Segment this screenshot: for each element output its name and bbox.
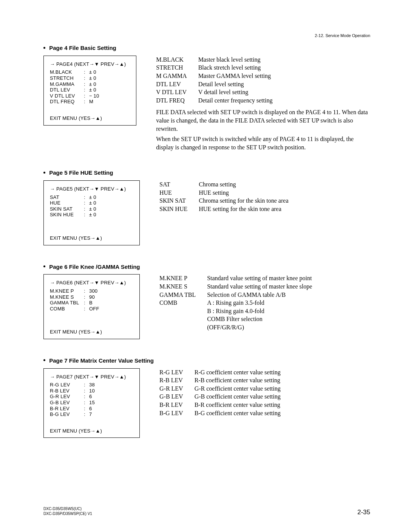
menu-row: M.GAMMA:± 0: [50, 81, 130, 87]
menu-row: DTL FREQ: M: [50, 99, 130, 105]
paragraph: FILE DATA selected with SET UP switch is…: [156, 108, 370, 133]
desc-row: B : Rising gain 4.0-fold: [159, 307, 312, 315]
menu-value: 6: [89, 406, 92, 412]
desc-label: SKIN SAT: [159, 197, 199, 205]
menu-label: V DTL LEV: [50, 93, 84, 99]
desc-label: [159, 323, 207, 332]
menu-label: M.GAMMA: [50, 81, 84, 87]
menu-value: 90: [89, 294, 95, 300]
desc-row: STRETCHBlack stretch level setting: [156, 64, 272, 72]
colon: :: [84, 87, 89, 93]
colon: :: [84, 394, 89, 400]
menu-value: ± 0: [89, 87, 96, 93]
menu-row: B-R LEV: 6: [50, 406, 133, 412]
menu-header: → PAGE5 (NEXT→▼ PREV→▲): [50, 186, 133, 192]
colon: :: [84, 99, 89, 105]
desc-row: COMBA : Rising gain 3.5-fold: [159, 299, 312, 307]
menu-hdr-mid2: PREV→: [99, 186, 119, 192]
menu-header: → PAGE4 (NEXT→▼ PREV→▲): [50, 61, 130, 67]
colon: :: [84, 75, 89, 81]
menu-row: SAT:± 0: [50, 194, 133, 200]
menu-exit: EXIT MENU (YES→▲): [50, 329, 133, 335]
desc-text: Detail center frequency setting: [198, 96, 273, 105]
desc-label: V DTL LEV: [156, 88, 198, 96]
menu-row: COMB:OFF: [50, 306, 133, 312]
menu-label: STRETCH: [50, 75, 84, 81]
menu-value: 38: [89, 382, 95, 388]
menu-box-page7: → PAGE7 (NEXT→▼ PREV→▲) R-G LEV: 38 R-B …: [43, 368, 140, 438]
desc-row: B-G LEVB-G coefficient center value sett…: [159, 409, 281, 417]
menu-rows: R-G LEV: 38 R-B LEV: 10 G-R LEV: 6 G-B L…: [50, 382, 133, 417]
desc-text: B-R coefficient center value setting: [195, 401, 281, 409]
menu-row: G-B LEV: 15: [50, 400, 133, 406]
up-icon: ▲): [119, 186, 126, 192]
menu-value: 7: [89, 411, 92, 417]
colon: :: [84, 81, 89, 87]
desc-row: R-G LEVR-G coefficient center value sett…: [159, 368, 281, 377]
bullet-icon: [43, 359, 45, 361]
menu-label: B-G LEV: [50, 411, 84, 417]
desc-text: Black stretch level setting: [198, 64, 273, 72]
footer-model-2: DXC-D35P/D35WSP(CE) V1: [43, 511, 92, 516]
desc-text: G-R coefficient center value setting: [195, 385, 281, 393]
desc-label: SAT: [159, 180, 199, 189]
menu-header: → PAGE6 (NEXT→▼ PREV→▲): [50, 280, 133, 286]
colon: :: [84, 294, 89, 300]
down-icon: ▼: [94, 61, 99, 67]
desc-label: SKIN HUE: [159, 205, 199, 213]
menu-hdr-mid2: PREV→: [99, 280, 119, 285]
menu-row: M.BLACK:± 0: [50, 69, 130, 75]
menu-row: DTL LEV:± 0: [50, 87, 130, 93]
menu-label: SAT: [50, 194, 84, 200]
desc-text: A : Rising gain 3.5-fold: [207, 299, 312, 307]
bullet-icon: [43, 265, 45, 267]
section-body: → PAGE4 (NEXT→▼ PREV→▲) M.BLACK:± 0 STRE…: [43, 56, 370, 152]
menu-header: → PAGE7 (NEXT→▼ PREV→▲): [50, 374, 133, 380]
menu-label: M.KNEE S: [50, 294, 84, 300]
menu-value: ± 0: [89, 206, 96, 212]
up-icon: ▲): [119, 280, 126, 285]
desc-label: [159, 307, 207, 315]
page: 2-12. Service Mode Operation Page 4 File…: [0, 0, 408, 532]
footer-left: DXC-D35/D35WS(UC) DXC-D35P/D35WSP(CE) V1: [43, 506, 92, 516]
menu-value: 300: [89, 288, 97, 294]
desc-row: G-R LEVG-R coefficient center value sett…: [159, 385, 281, 393]
desc-text: R-G coefficient center value setting: [195, 368, 281, 377]
colon: :: [84, 206, 89, 212]
menu-row: SKIN HUE:± 0: [50, 212, 133, 218]
section-title: Page 7 File Matrix Center Value Setting: [43, 357, 370, 364]
desc-label: [159, 315, 207, 323]
menu-exit: EXIT MENU (YES→▲): [50, 428, 133, 434]
menu-value: ± 0: [89, 75, 96, 81]
section-page7: Page 7 File Matrix Center Value Setting …: [43, 357, 370, 438]
menu-label: M.KNEE P: [50, 288, 84, 294]
colon: :: [84, 300, 89, 306]
desc-row: G-B LEVG-B coefficient center value sett…: [159, 392, 281, 401]
desc-row: DTL LEVDetail level setting: [156, 80, 272, 88]
menu-hdr-mid2: PREV→: [99, 61, 119, 67]
desc-row: M GAMMAMaster GAMMA level setting: [156, 72, 272, 80]
menu-row: R-B LEV: 10: [50, 388, 133, 394]
desc-label: M.BLACK: [156, 56, 198, 64]
colon: :: [84, 288, 89, 294]
desc-column: M.KNEE PStandard value setting of master…: [159, 274, 312, 335]
menu-label: R-B LEV: [50, 388, 84, 394]
menu-box-page4: → PAGE4 (NEXT→▼ PREV→▲) M.BLACK:± 0 STRE…: [43, 56, 136, 126]
menu-label: DTL FREQ: [50, 99, 84, 105]
desc-label: M.KNEE P: [159, 274, 207, 282]
desc-row: SKIN SATChroma setting for the skin tone…: [159, 197, 288, 205]
desc-text: (OFF/GR/R/G): [207, 323, 312, 332]
menu-label: SKIN HUE: [50, 212, 84, 218]
menu-hdr-mid2: PREV→: [99, 374, 119, 380]
desc-label: R-G LEV: [159, 368, 195, 377]
desc-text: Master black level setting: [198, 56, 273, 64]
desc-label: B-R LEV: [159, 401, 195, 409]
desc-label: COMB: [159, 299, 207, 307]
desc-label: DTL FREQ: [156, 96, 198, 105]
desc-text: R-B coefficient center value setting: [195, 376, 281, 385]
desc-column: SATChroma setting HUEHUE setting SKIN SA…: [159, 180, 288, 217]
menu-row: B-G LEV: 7: [50, 411, 133, 417]
section-page5: Page 5 File HUE Setting → PAGE5 (NEXT→▼ …: [43, 169, 370, 245]
section-page4: Page 4 File Basic Setting → PAGE4 (NEXT→…: [43, 45, 370, 151]
menu-row: M.KNEE P:300: [50, 288, 133, 294]
